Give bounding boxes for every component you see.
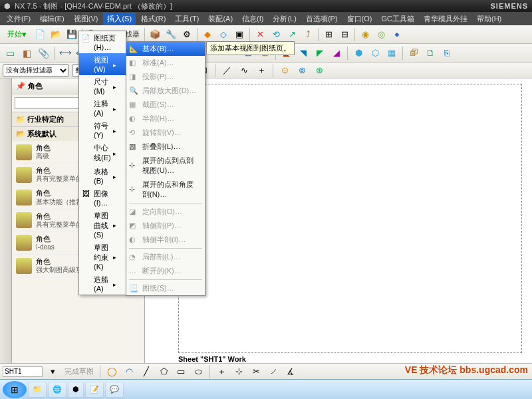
tool-icon-8[interactable]: ⟲ [269,27,283,42]
submenu-item[interactable]: ◐轴侧半剖(I)… [126,233,205,247]
d2-icon-7[interactable]: ◤ [313,46,327,61]
submenu-item[interactable]: 📐基本(B)… [126,42,205,56]
menu-item[interactable]: 草图约束(K) [79,241,126,273]
sheet-name-input[interactable] [3,366,43,377]
menu-bar[interactable]: 文件(F) 编辑(E) 视图(V) 插入(S) 格式(R) 工具(T) 装配(A… [0,12,532,25]
submenu-item[interactable]: ◨投影(P)… [126,70,205,84]
tool-icon-3[interactable]: ⚙ [180,27,194,42]
submenu-item[interactable]: ◪定向剖(O)… [126,205,205,219]
tool-icon-2[interactable]: 🔧 [164,27,178,42]
submenu-item[interactable]: ▧折叠剖(L)… [126,140,205,154]
d2-icon-8[interactable]: ◢ [329,46,344,61]
save-icon[interactable]: 💾 [65,27,79,42]
sb-icon-11[interactable]: ⟋ [266,364,281,379]
task-item-1[interactable]: 📁 [28,382,47,398]
sb-icon-5[interactable]: ⬠ [156,364,171,379]
menu-item[interactable]: 注释(A) [79,97,126,119]
open-icon[interactable]: 📂 [49,27,63,42]
menu-item[interactable]: 尺寸(M) [79,75,126,97]
tool-icon-4[interactable]: ◆ [200,27,215,42]
menu-analyze[interactable]: 分析(L) [269,13,300,25]
windows-taskbar[interactable]: ⊞ 📁 🌐 ⬢ 📝 💬 [0,379,532,399]
submenu-item[interactable]: ◐半剖(H)… [126,112,205,126]
sb-icon-10[interactable]: ✂ [249,364,263,379]
draft-icon-2[interactable]: ◧ [19,46,34,61]
menu-item[interactable]: 草图曲线(S) [79,209,126,241]
tool-icon-6[interactable]: ▣ [232,27,247,42]
f-icon-11[interactable]: ⊛ [312,63,327,78]
sb-icon-3[interactable]: ◠ [122,364,136,379]
d2-icon-13[interactable]: 🗋 [423,46,438,61]
d2-icon-10[interactable]: ⬡ [368,46,382,61]
sb-icon-6[interactable]: ▭ [174,364,188,379]
f-icon-10[interactable]: ⊚ [295,63,309,78]
menu-format[interactable]: 格式(R) [137,13,170,25]
menu-item[interactable]: 符号(Y) [79,119,126,141]
pin-icon[interactable]: 📌 [16,82,25,90]
menu-insert[interactable]: 插入(S) [103,13,136,25]
view-submenu-dropdown[interactable]: 📐基本(B)…◧标准(A)…◨投影(P)…🔍局部放大图(D)…▦截面(S)…◐半… [126,41,205,296]
sb-icon-2[interactable]: ◯ [104,364,119,379]
submenu-item[interactable]: ◔局部剖(L)… [126,250,205,264]
tool-icon-7[interactable]: ✕ [253,27,267,42]
tool-icon-15[interactable]: ● [390,27,404,42]
sb-icon-4[interactable]: ╱ [139,364,154,379]
menu-view[interactable]: 视图(V) [70,13,102,25]
submenu-item[interactable]: ◧标准(A)… [126,56,205,70]
d2-icon-11[interactable]: ▦ [384,46,399,61]
menu-item[interactable]: 📄图纸页(H)… [79,31,126,53]
menu-item[interactable]: 🖼图像(I)… [79,187,126,209]
task-item-3[interactable]: ⬢ [68,382,84,398]
tool-icon-9[interactable]: ↗ [285,27,299,42]
tool-icon-14[interactable]: ◎ [374,27,388,42]
submenu-item[interactable]: 🔍局部放大图(D)… [126,84,205,98]
f-icon-8[interactable]: ＋ [254,63,269,78]
f-icon-6[interactable]: ／ [219,63,234,78]
menu-tools[interactable]: 工具(T) [171,13,203,25]
submenu-item[interactable]: ⊹展开的点到点剖视图(U)… [126,154,205,178]
tool-icon-5[interactable]: ◇ [216,27,231,42]
menu-item[interactable]: 表格(B) [79,165,126,187]
menu-file[interactable]: 文件(F) [3,13,35,25]
menu-qhplugin[interactable]: 青华模具外挂 [420,13,471,25]
draft-icon-3[interactable]: 📎 [36,46,51,61]
menu-prefs[interactable]: 首选项(P) [302,13,342,25]
tool-icon-10[interactable]: ⤴ [301,27,315,42]
submenu-item[interactable]: ⟲旋转剖(V)… [126,126,205,140]
draft-icon-1[interactable]: ▭ [3,46,17,61]
f-icon-9[interactable]: ⊙ [277,63,292,78]
left-rail[interactable] [0,78,12,363]
d2-icon-12[interactable]: 🗊 [406,46,421,61]
menu-item[interactable]: 造船(A) [79,273,126,295]
menu-help[interactable]: 帮助(H) [473,13,505,25]
menu-item[interactable]: 中心线(E) [79,141,126,165]
task-item-4[interactable]: 📝 [85,382,104,398]
start-orb[interactable]: ⊞ [3,381,27,398]
sb-icon-7[interactable]: ⬭ [191,364,205,379]
tool-icon-12[interactable]: ⊟ [337,27,352,42]
f-icon-7[interactable]: ∿ [237,63,251,78]
menu-assembly[interactable]: 装配(A) [204,13,237,25]
filter-select[interactable]: 没有选择过滤器 [3,65,69,76]
sb-icon-12[interactable]: ∡ [283,364,298,379]
tool-icon-11[interactable]: ⊞ [321,27,336,42]
submenu-item[interactable]: ▦截面(S)… [126,98,205,112]
sb-icon-8[interactable]: ＋ [214,364,229,379]
start-button[interactable]: 开始 ▾ [3,27,31,42]
menu-edit[interactable]: 编辑(E) [36,13,68,25]
dim-h-icon[interactable]: ⟷ [58,46,72,61]
new-icon[interactable]: 📄 [33,27,47,42]
sb-icon-9[interactable]: ⊹ [231,364,246,379]
menu-gctoolbox[interactable]: GC工具箱 [377,13,418,25]
submenu-item[interactable]: 📃图纸(S)… [126,281,205,295]
menu-window[interactable]: 窗口(O) [343,13,376,25]
tool-icon-1[interactable]: 📦 [148,27,162,42]
submenu-item[interactable]: ⊹展开的点和角度剖(N)… [126,178,205,201]
menu-item[interactable]: 视图(W) [79,53,126,75]
task-item-2[interactable]: 🌐 [48,382,66,398]
menu-info[interactable]: 信息(I) [238,13,267,25]
submenu-item[interactable]: ◩轴侧剖(P)… [126,219,205,233]
insert-menu-dropdown[interactable]: 📄图纸页(H)…视图(W)尺寸(M)注释(A)符号(Y)中心线(E)表格(B)🖼… [78,31,126,295]
sb-icon-1[interactable]: ▾ [45,364,60,379]
d2-icon-6[interactable]: ◥ [296,46,311,61]
